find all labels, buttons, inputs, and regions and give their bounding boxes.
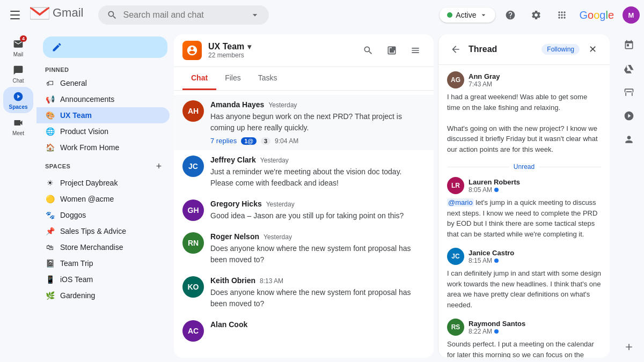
chat-icon bbox=[13, 65, 24, 76]
message-keith[interactable]: KO Keith Obrien 8:13 AM Does anyone know… bbox=[174, 271, 434, 315]
sidebar-item-gardening[interactable]: 🌿 Gardening bbox=[36, 287, 170, 304]
amanda-avatar: AH bbox=[182, 100, 204, 122]
lauren-thread-info: Lauren Roberts 8:05 AM bbox=[469, 178, 601, 194]
ux-team-avatar bbox=[182, 41, 202, 60]
sidebar-item-women-acme[interactable]: 🟡 Women @acme bbox=[36, 191, 170, 207]
calendar-icon-btn[interactable] bbox=[618, 34, 640, 56]
amanda-reply-link[interactable]: 7 replies bbox=[210, 137, 237, 145]
unread-label: Unread bbox=[514, 163, 535, 171]
sidebar-item-gardening-label: Gardening bbox=[60, 291, 161, 300]
ux-team-avatar-icon bbox=[186, 45, 198, 56]
message-gregory[interactable]: GH Gregory Hicks Yesterday Good idea – J… bbox=[174, 194, 434, 227]
sidebar-item-work-from-home-label: Work From Home bbox=[60, 143, 161, 152]
contacts-icon-btn[interactable] bbox=[618, 129, 640, 150]
thread-msg-janice: JC Janice Castro 8:15 AM I can definitel… bbox=[447, 248, 601, 310]
nav-spaces-label: Spaces bbox=[9, 104, 27, 110]
sidebar-item-product-vision[interactable]: 🌐 Product Vision bbox=[36, 123, 170, 139]
message-jeffrey[interactable]: JC Jeffrey Clark Yesterday Just a remind… bbox=[174, 150, 434, 194]
drive-icon-btn[interactable] bbox=[618, 58, 640, 79]
thread-back-button[interactable] bbox=[447, 41, 464, 58]
chat-header-actions bbox=[358, 41, 425, 60]
sidebar-item-sales-tips[interactable]: 📌 Sales Tips & Advice bbox=[36, 223, 170, 239]
search-dropdown-icon[interactable] bbox=[250, 10, 260, 20]
sidebar-item-women-acme-label: Women @acme bbox=[60, 195, 161, 203]
jeffrey-text: Just a reminder we're meeting about the … bbox=[210, 166, 425, 189]
roger-text: Does anyone know where the new system fo… bbox=[210, 243, 425, 265]
sidebar-item-ux-team[interactable]: 🎨 UX Team bbox=[36, 107, 170, 123]
raymond-online-indicator bbox=[494, 329, 499, 334]
profile-avatar[interactable]: M bbox=[623, 6, 640, 24]
more-options-button[interactable] bbox=[406, 41, 425, 60]
tab-tasks[interactable]: Tasks bbox=[250, 67, 286, 90]
ann-thread-time: 7:43 AM bbox=[469, 80, 601, 88]
apps-button[interactable] bbox=[551, 4, 573, 26]
gregory-text: Good idea – Jason are you still up for t… bbox=[210, 210, 425, 221]
keep-icon-btn[interactable] bbox=[618, 82, 640, 103]
tab-chat[interactable]: Chat bbox=[182, 67, 216, 90]
sidebar-item-doggos[interactable]: 🐾 Doggos bbox=[36, 207, 170, 223]
active-label: Active bbox=[456, 11, 476, 19]
thread-title: Thread bbox=[469, 45, 537, 54]
message-alan[interactable]: AC Alan Cook bbox=[174, 315, 434, 347]
ann-thread-name: Ann Gray bbox=[469, 72, 601, 80]
thread-msg-ann: AG Ann Gray 7:43 AM I had a great weeken… bbox=[447, 71, 601, 154]
gregory-time: Yesterday bbox=[266, 201, 295, 208]
sidebar-item-sales-tips-label: Sales Tips & Advice bbox=[60, 227, 161, 235]
active-dropdown-icon bbox=[479, 11, 488, 19]
search-input[interactable] bbox=[123, 10, 244, 20]
janice-thread-header: JC Janice Castro 8:15 AM bbox=[447, 248, 601, 265]
spaces-icon bbox=[13, 91, 24, 102]
amanda-name: Amanda Hayes bbox=[210, 100, 264, 109]
amanda-message-header: Amanda Hayes Yesterday bbox=[210, 100, 425, 109]
women-acme-icon: 🟡 bbox=[45, 194, 55, 204]
menu-button[interactable] bbox=[4, 4, 26, 26]
project-daybreak-icon: ☀ bbox=[45, 178, 55, 188]
nav-chat[interactable]: Chat bbox=[3, 61, 33, 87]
tasks-icon-btn[interactable] bbox=[618, 105, 640, 127]
chat-tabs: Chat Files Tasks bbox=[174, 67, 434, 91]
sidebar-item-ios-team[interactable]: 📱 iOS Team bbox=[36, 271, 170, 287]
sidebar-item-announcements-label: Announcements bbox=[60, 95, 161, 104]
nav-chat-label: Chat bbox=[12, 78, 24, 84]
sidebar-item-team-trip[interactable]: 📓 Team Trip bbox=[36, 255, 170, 271]
nav-meet[interactable]: Meet bbox=[3, 113, 33, 139]
chat-header-info: UX Team ▾ 22 members bbox=[208, 42, 352, 59]
following-badge[interactable]: Following bbox=[541, 44, 580, 55]
nav-mail[interactable]: 4 Mail bbox=[3, 34, 33, 61]
new-chat-button[interactable] bbox=[43, 36, 167, 58]
ann-thread-text: I had a great weekend! Was able to get s… bbox=[447, 92, 601, 154]
roger-message-body: Roger Nelson Yesterday Does anyone know … bbox=[210, 232, 425, 265]
active-status-button[interactable]: Active bbox=[440, 8, 495, 23]
top-bar: Gmail Active Google bbox=[0, 0, 644, 30]
help-button[interactable] bbox=[500, 4, 521, 26]
alan-avatar: AC bbox=[182, 320, 204, 342]
message-amanda[interactable]: AH Amanda Hayes Yesterday Has anyone beg… bbox=[174, 95, 434, 150]
raymond-thread-text: Sounds perfect. I put a meeting on the c… bbox=[447, 339, 601, 358]
sidebar-item-store-merchandise[interactable]: 🛍 Store Merchandise bbox=[36, 239, 170, 255]
sidebar-item-project-daybreak[interactable]: ☀ Project Daybreak bbox=[36, 175, 170, 191]
sidebar-item-store-merchandise-label: Store Merchandise bbox=[60, 243, 161, 252]
popout-button[interactable] bbox=[382, 41, 401, 60]
chat-header: UX Team ▾ 22 members bbox=[174, 34, 434, 67]
calendar-icon bbox=[624, 40, 634, 50]
sidebar-item-project-daybreak-label: Project Daybreak bbox=[60, 179, 161, 187]
left-nav: 4 Mail Chat Spaces bbox=[0, 30, 36, 362]
settings-button[interactable] bbox=[525, 4, 547, 26]
chat-name-dropdown[interactable]: ▾ bbox=[247, 42, 251, 51]
tab-files[interactable]: Files bbox=[216, 67, 250, 90]
alan-message-header: Alan Cook bbox=[210, 320, 425, 329]
search-chat-button[interactable] bbox=[358, 41, 378, 60]
sidebar-item-general[interactable]: 🏷 General bbox=[36, 75, 170, 91]
add-space-button[interactable]: + bbox=[152, 160, 165, 173]
add-apps-button[interactable] bbox=[618, 336, 640, 358]
sidebar-item-work-from-home[interactable]: 🏠 Work From Home bbox=[36, 139, 170, 156]
alan-message-body: Alan Cook bbox=[210, 320, 425, 342]
add-icon bbox=[624, 342, 634, 352]
thread-close-button[interactable]: ✕ bbox=[584, 41, 601, 58]
mail-badge: 4 bbox=[20, 35, 27, 42]
keep-icon bbox=[624, 87, 634, 98]
message-roger[interactable]: RN Roger Nelson Yesterday Does anyone kn… bbox=[174, 227, 434, 271]
gregory-avatar: GH bbox=[182, 200, 204, 221]
sidebar-item-announcements[interactable]: 📢 Announcements bbox=[36, 91, 170, 107]
nav-spaces[interactable]: Spaces bbox=[3, 87, 33, 113]
